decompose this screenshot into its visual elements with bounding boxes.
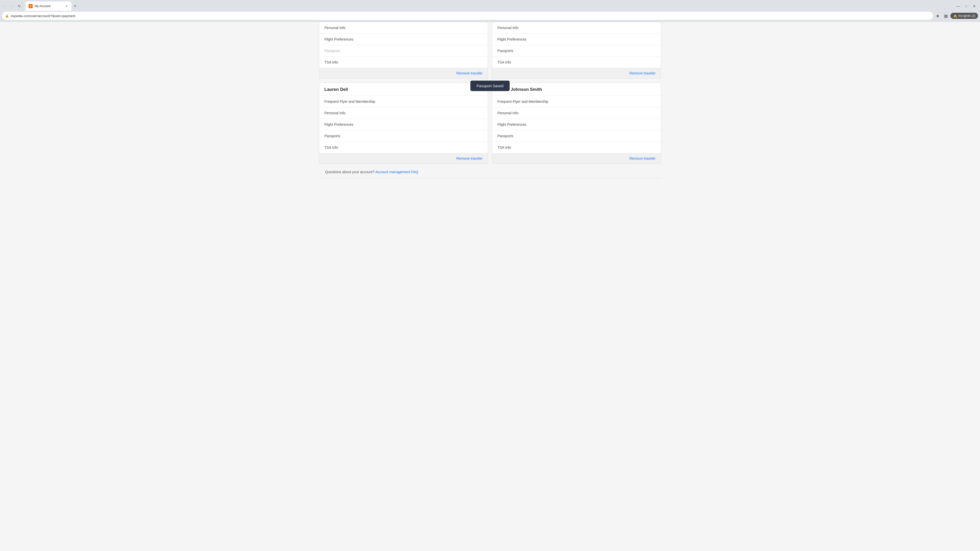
top-right-remove-traveler[interactable]: Remove traveler [629,71,655,75]
incognito-badge: 🕵 Incognito (2) [950,13,978,19]
main-container: Passport Saved Personal Info Flight Pref… [0,22,980,551]
incognito-label: Incognito (2) [958,14,975,17]
forward-button[interactable]: → [9,3,15,10]
url-display: expedia.com/user/account/?&selc=payment [11,14,930,18]
faq-link[interactable]: Account management FAQ [375,170,418,174]
toast-container: Passport Saved [470,81,510,91]
address-bar[interactable]: 🔒 expedia.com/user/account/?&selc=paymen… [2,12,933,20]
veron-personal-info[interactable]: Personal Info [492,107,661,119]
bookmark-button[interactable]: ★ [934,12,941,19]
bottom-divider [319,178,661,178]
browser-titlebar: ← → ↻ E My Account ✕ + — □ ✕ [0,0,980,11]
lauren-frequent-flyer[interactable]: Frequent Flyer and Membership [319,96,488,107]
tab-close-button[interactable]: ✕ [64,4,68,8]
top-right-footer: Remove traveler [492,68,661,78]
tab-bar: E My Account ✕ + [24,2,951,11]
faq-section: Questions about your account? Account ma… [319,164,661,178]
veron-footer: Remove traveler [492,153,661,164]
veron-passports[interactable]: Passports [492,130,661,142]
veron-frequent-flyer[interactable]: Frequent Flyer and Membership [492,96,661,107]
veron-flight-preferences[interactable]: Flight Preferences [492,119,661,130]
toolbar-icons: ★ ▦ 🕵 Incognito (2) [934,12,978,19]
lauren-passports[interactable]: Passports [319,130,488,142]
lauren-flight-preferences[interactable]: Flight Preferences [319,119,488,130]
top-right-personal-info[interactable]: Personal Info [492,22,661,34]
top-traveler-card-right: Personal Info Flight Preferences Passpor… [492,22,661,79]
veron-remove-traveler[interactable]: Remove traveler [629,156,655,160]
top-left-personal-info[interactable]: Personal Info [319,22,488,34]
lock-icon: 🔒 [5,14,9,17]
faq-prefix: Questions about your account? [325,170,375,174]
lauren-personal-info[interactable]: Personal Info [319,107,488,119]
travelers-grid: Lauren Deli Frequent Flyer and Membershi… [319,83,661,164]
new-tab-button[interactable]: + [72,3,79,10]
top-left-remove-traveler[interactable]: Remove traveler [456,71,483,75]
lauren-remove-traveler[interactable]: Remove traveler [456,156,483,160]
tab-title: My Account [35,4,62,8]
veron-name: Veron Johnson Smith [492,83,661,96]
top-left-tsa-info[interactable]: TSA Info [319,57,488,68]
lauren-deli-name: Lauren Deli [319,83,488,96]
top-left-footer: Remove traveler [319,68,488,78]
top-right-flight-preferences[interactable]: Flight Preferences [492,34,661,45]
content-wrapper: Passport Saved Personal Info Flight Pref… [314,22,666,178]
close-window-button[interactable]: ✕ [971,3,978,10]
browser-chrome: ← → ↻ E My Account ✕ + — □ ✕ 🔒 expedia.c… [0,0,980,22]
lauren-deli-card: Lauren Deli Frequent Flyer and Membershi… [319,83,488,164]
top-left-passports[interactable]: Passports [319,45,488,57]
veron-johnson-smith-card: Veron Johnson Smith Frequent Flyer and M… [492,83,661,164]
top-right-tsa-info[interactable]: TSA Info [492,57,661,68]
top-cards-section: Personal Info Flight Preferences Passpor… [319,22,661,79]
passport-saved-toast: Passport Saved [470,81,510,91]
veron-tsa-info[interactable]: TSA Info [492,142,661,153]
lauren-tsa-info[interactable]: TSA Info [319,142,488,153]
tab-favicon: E [29,4,33,8]
top-right-passports[interactable]: Passports [492,45,661,57]
minimize-button[interactable]: — [955,3,962,10]
sidebar-toggle-button[interactable]: ▦ [942,12,950,19]
reload-button[interactable]: ↻ [16,3,22,10]
browser-toolbar: 🔒 expedia.com/user/account/?&selc=paymen… [0,11,980,22]
back-button[interactable]: ← [2,3,8,10]
top-left-flight-preferences[interactable]: Flight Preferences [319,34,488,45]
lauren-footer: Remove traveler [319,153,488,164]
top-traveler-card-left: Personal Info Flight Preferences Passpor… [319,22,488,79]
maximize-button[interactable]: □ [963,3,970,10]
active-tab[interactable]: E My Account ✕ [25,2,72,11]
